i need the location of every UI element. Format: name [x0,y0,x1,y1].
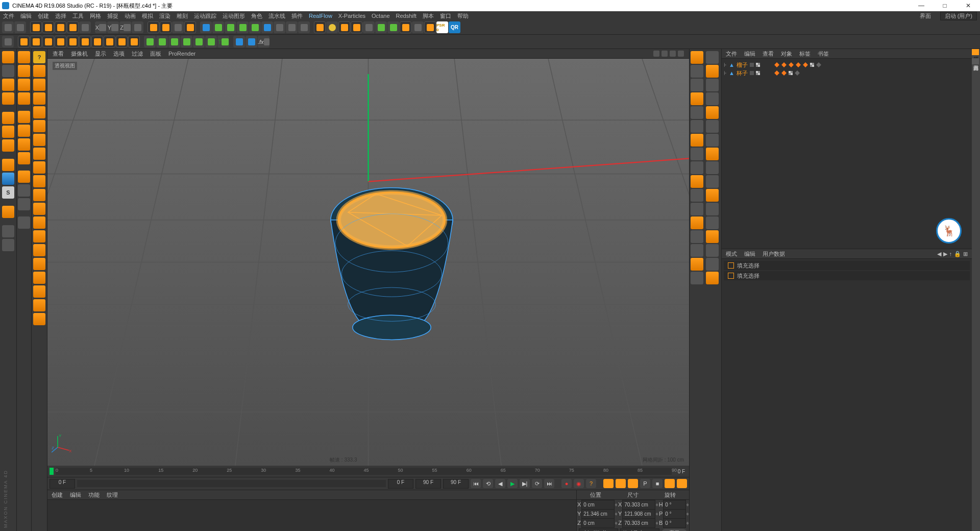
tag-icon[interactable] [816,62,821,67]
tb2-plane[interactable] [91,36,103,47]
autokey-button[interactable]: ◉ [574,479,584,488]
lc3-13[interactable] [33,230,45,243]
right-palette-btn-3[interactable] [706,65,719,78]
spline-button[interactable] [212,21,224,33]
menu-select[interactable]: 选择 [55,12,66,20]
plugin-icon-1[interactable] [314,21,326,33]
render-settings-button[interactable] [172,21,184,33]
tag-icon[interactable] [803,62,808,67]
tb2-fx[interactable]: .fx [258,36,270,47]
tb2-b1[interactable] [233,36,245,47]
menu-edit[interactable]: 编辑 [20,12,32,20]
coord-pos-input[interactable] [581,509,615,519]
lc3-1[interactable] [33,65,45,77]
timeline-ruler[interactable]: 051015202530354045505560657075808590 [56,468,672,475]
tag-icon[interactable] [774,70,779,76]
key-sel-p[interactable]: P [640,479,650,488]
om-menu-bookmarks[interactable]: 书签 [818,50,829,58]
tb2-text[interactable]: T [217,36,229,47]
window-min-button[interactable]: — [910,0,933,11]
vp-nav-1-icon[interactable] [653,51,659,57]
menu-xparticles[interactable]: X-Particles [338,13,365,19]
tb2-null[interactable] [18,36,30,47]
tag-icon[interactable] [795,70,800,76]
menu-plugins[interactable]: 插件 [291,12,303,20]
right-palette-btn-15[interactable] [706,148,719,160]
tb2-g1[interactable] [144,36,156,47]
plugin-icon-7[interactable] [387,21,399,33]
menu-tools[interactable]: 工具 [72,12,84,20]
vis-icon[interactable] [756,71,760,75]
generator-button[interactable] [225,21,236,33]
goto-start-button[interactable]: ⏮ [471,479,481,488]
om-menu-obj[interactable]: 对象 [781,50,792,58]
right-palette-btn-16[interactable] [691,161,703,174]
lc2-11[interactable] [18,198,30,210]
lc2-8[interactable] [18,152,30,164]
make-editable-button[interactable] [2,51,14,63]
lc2-6[interactable] [18,125,30,137]
record-button[interactable]: ● [561,479,572,488]
right-palette-btn-2[interactable] [691,65,703,78]
lc3-14[interactable] [33,244,45,256]
right-palette-btn-14[interactable] [691,148,703,160]
right-palette-btn-17[interactable] [706,161,719,174]
lc3-10[interactable] [33,189,45,201]
rotate-tool[interactable] [67,21,79,33]
grid-button[interactable] [2,239,14,251]
mat-tab-create[interactable]: 创建 [52,491,63,499]
lc3-2[interactable] [33,79,45,91]
vp-menu-camera[interactable]: 摄像机 [71,50,88,58]
undo-button[interactable] [2,21,14,33]
menu-pipeline[interactable]: 流水线 [268,12,285,20]
vp-menu-options[interactable]: 选项 [113,50,125,58]
qr-button[interactable]: QR [449,21,460,33]
coord-rot-input[interactable] [663,509,686,519]
coord-rot-input[interactable] [663,500,686,510]
key-psr-3[interactable] [628,479,638,488]
menu-motiontrack[interactable]: 运动跟踪 [194,12,216,20]
environment-button[interactable] [274,21,285,33]
right-palette-btn-13[interactable] [706,134,719,147]
vp-nav-4-icon[interactable] [678,51,684,57]
tb2-torus[interactable] [116,36,128,47]
vp-menu-display[interactable]: 显示 [95,50,106,58]
tb2-cone[interactable] [55,36,66,47]
coord-apply-button[interactable]: 应用 [662,529,687,531]
attr-nav-fwd-icon[interactable]: ▶ [943,251,947,257]
render-view-button[interactable] [148,21,159,33]
tb2-sphere[interactable] [42,36,54,47]
tb2-g6[interactable] [205,36,217,47]
prev-key-button[interactable]: ⟲ [483,479,493,488]
lc2-5[interactable] [18,111,30,123]
lock-x-button[interactable]: X [95,21,107,33]
lc2-10[interactable] [18,184,30,197]
side-tab-objects[interactable]: 材质 [972,49,979,55]
timeline-end-field[interactable]: 90 F [443,479,469,489]
timeline-start-field[interactable]: 0 F [50,479,75,489]
coord-rot-input[interactable] [663,518,686,528]
timeline-cur-field[interactable]: 0 F [388,479,413,489]
lc3-15[interactable] [33,258,45,270]
om-menu-view[interactable]: 查看 [763,50,774,58]
lc3-19[interactable] [33,313,45,325]
lc2-4[interactable] [18,92,30,105]
right-palette-btn-4[interactable] [691,79,703,91]
keyopt-button[interactable]: ? [586,479,596,488]
right-palette-btn-6[interactable] [691,92,703,105]
plugin-icon-6[interactable] [375,21,387,33]
plugin-icon-8[interactable] [400,21,411,33]
menu-snap[interactable]: 捕捉 [107,12,118,20]
vp-menu-filter[interactable]: 过滤 [132,50,143,58]
tb2-b2[interactable] [246,36,257,47]
right-palette-btn-7[interactable] [706,92,719,105]
menu-redshift[interactable]: Redshift [396,13,416,19]
plugin-icon-10[interactable] [424,21,436,33]
coord-size-input[interactable] [622,518,655,528]
coord-pos-input[interactable] [581,518,615,528]
psr-reset-button[interactable]: PSR 0 [436,21,448,33]
vp-menu-panel[interactable]: 面板 [150,50,161,58]
lc3-8[interactable] [33,161,45,174]
om-menu-edit[interactable]: 编辑 [744,50,755,58]
right-palette-btn-19[interactable] [706,175,719,188]
